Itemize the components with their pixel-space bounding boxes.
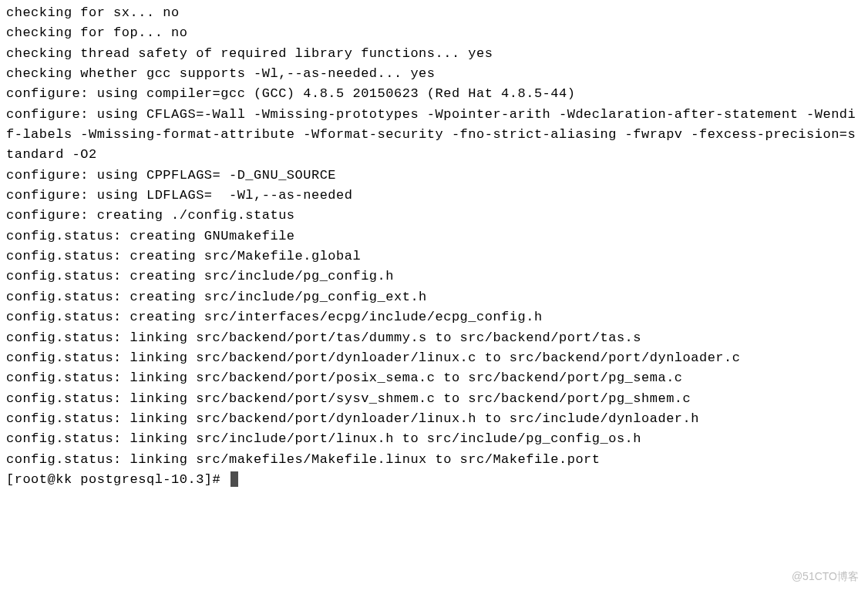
output-line: checking for sx... no (6, 5, 180, 20)
output-line: config.status: creating GNUmakefile (6, 229, 295, 243)
output-line: config.status: linking src/backend/port/… (6, 350, 740, 365)
output-line: configure: using LDFLAGS= -Wl,--as-neede… (6, 188, 352, 203)
output-line: checking for fop... no (6, 25, 187, 40)
watermark-text: @51CTO博客 (792, 568, 859, 585)
output-line: checking thread safety of required libra… (6, 46, 493, 61)
output-line: config.status: linking src/backend/port/… (6, 411, 699, 426)
output-line: config.status: linking src/backend/port/… (6, 391, 691, 406)
output-line: checking whether gcc supports -Wl,--as-n… (6, 66, 436, 81)
terminal-output[interactable]: checking for sx... no checking for fop..… (6, 3, 862, 490)
output-line: config.status: linking src/backend/port/… (6, 330, 641, 345)
output-line: config.status: linking src/include/port/… (6, 431, 641, 446)
output-line: config.status: creating src/include/pg_c… (6, 290, 427, 304)
cursor-icon (230, 471, 238, 487)
shell-prompt[interactable]: [root@kk postgresql-10.3]# (6, 472, 229, 487)
output-line: config.status: linking src/backend/port/… (6, 371, 683, 385)
output-line: configure: using CPPFLAGS= -D_GNU_SOURCE (6, 168, 336, 183)
output-line: configure: creating ./config.status (6, 208, 295, 223)
output-line: config.status: creating src/Makefile.glo… (6, 249, 361, 263)
output-line: configure: using CFLAGS=-Wall -Wmissing-… (6, 107, 856, 163)
output-line: config.status: creating src/include/pg_c… (6, 269, 394, 283)
output-line: configure: using compiler=gcc (GCC) 4.8.… (6, 86, 575, 101)
output-line: config.status: linking src/makefiles/Mak… (6, 452, 601, 467)
output-line: config.status: creating src/interfaces/e… (6, 310, 543, 324)
